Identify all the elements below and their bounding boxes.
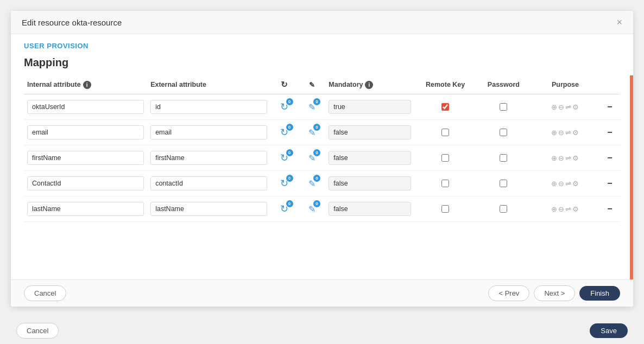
purpose-icon-4[interactable]: ⚙	[572, 205, 579, 213]
remove-row-button[interactable]: −	[607, 128, 612, 137]
purpose-icons: ⊕ ⊖ ⇌ ⚙	[534, 154, 596, 162]
remove-row-button[interactable]: −	[607, 154, 612, 162]
page-wrapper: Edit resource okta-resource × USER provi…	[0, 0, 644, 344]
next-button[interactable]: Next >	[534, 285, 575, 301]
purpose-icon-3[interactable]: ⇌	[565, 129, 571, 137]
table-container: Internal attribute i External attribute …	[11, 75, 633, 279]
outer-cancel-button[interactable]: Cancel	[16, 323, 59, 339]
edit-icon-button[interactable]: ✎ 0	[305, 100, 319, 114]
refresh-badge: 0	[286, 98, 293, 105]
mandatory-info-icon[interactable]: i	[365, 81, 373, 89]
th-password: Password	[476, 75, 531, 94]
purpose-icon-3[interactable]: ⇌	[565, 205, 571, 213]
password-checkbox[interactable]	[500, 154, 507, 162]
external-attribute-input[interactable]	[150, 100, 267, 114]
internal-attribute-info-icon[interactable]: i	[83, 81, 91, 89]
section-provision-label: USER provision	[11, 34, 633, 54]
remove-row-button[interactable]: −	[607, 205, 612, 213]
internal-attribute-input[interactable]	[27, 100, 144, 114]
purpose-icon-3[interactable]: ⇌	[565, 154, 571, 162]
purpose-icon-2[interactable]: ⊖	[558, 180, 564, 188]
internal-attribute-input[interactable]	[27, 125, 144, 139]
remove-row-button[interactable]: −	[607, 103, 612, 111]
cancel-button[interactable]: Cancel	[24, 285, 66, 301]
external-attribute-input[interactable]	[150, 202, 267, 216]
purpose-icon-4[interactable]: ⚙	[572, 154, 579, 162]
footer-right: < Prev Next > Finish	[488, 285, 620, 301]
refresh-badge: 0	[286, 175, 293, 182]
purpose-icon-4[interactable]: ⚙	[572, 129, 579, 137]
external-attribute-input[interactable]	[150, 151, 267, 165]
mandatory-input	[329, 202, 411, 216]
purpose-icon-3[interactable]: ⇌	[565, 103, 571, 111]
outer-save-button[interactable]: Save	[590, 323, 628, 338]
modal-header: Edit resource okta-resource ×	[11, 11, 633, 34]
th-edit: ✎	[298, 75, 325, 94]
table-row: ↻ 0 ✎ 0 ⊕ ⊖ ⇌ ⚙ −	[24, 196, 620, 222]
modal-footer: Cancel < Prev Next > Finish	[11, 279, 633, 307]
purpose-icons: ⊕ ⊖ ⇌ ⚙	[534, 205, 596, 213]
purpose-icon-1[interactable]: ⊕	[551, 103, 557, 111]
purpose-icon-2[interactable]: ⊖	[558, 129, 564, 137]
outer-footer: Cancel Save	[0, 317, 644, 344]
prev-button[interactable]: < Prev	[488, 285, 529, 301]
mandatory-input	[329, 100, 411, 114]
purpose-icons: ⊕ ⊖ ⇌ ⚙	[534, 129, 596, 137]
edit-icon-button[interactable]: ✎ 0	[305, 125, 319, 139]
modal-body: USER provision Mapping Internal attribut…	[11, 34, 633, 279]
remote-key-checkbox[interactable]	[441, 205, 449, 213]
table-row: ↻ 0 ✎ 0 ⊕ ⊖ ⇌ ⚙ −	[24, 120, 620, 145]
mandatory-input	[329, 125, 411, 139]
mandatory-input	[329, 151, 411, 165]
purpose-icon-4[interactable]: ⚙	[572, 180, 579, 188]
th-refresh: ↻	[270, 75, 298, 94]
remote-key-checkbox[interactable]	[441, 129, 449, 136]
purpose-icon-1[interactable]: ⊕	[551, 129, 557, 137]
edit-badge: 0	[313, 98, 320, 105]
footer-left: Cancel	[24, 285, 66, 301]
external-attribute-input[interactable]	[150, 176, 267, 190]
internal-attribute-input[interactable]	[27, 176, 144, 190]
modal-close-button[interactable]: ×	[616, 17, 622, 27]
external-attribute-input[interactable]	[150, 125, 267, 139]
refresh-icon-button[interactable]: ↻ 0	[277, 151, 292, 165]
edit-badge: 0	[313, 149, 320, 156]
purpose-icon-1[interactable]: ⊕	[551, 154, 557, 162]
refresh-icon-button[interactable]: ↻ 0	[277, 202, 292, 216]
refresh-icon-button[interactable]: ↻ 0	[277, 125, 292, 139]
password-checkbox[interactable]	[500, 180, 507, 187]
purpose-icon-1[interactable]: ⊕	[551, 180, 557, 188]
edit-icon-button[interactable]: ✎ 0	[305, 176, 319, 190]
remote-key-checkbox[interactable]	[441, 180, 449, 187]
th-external-attribute: External attribute	[147, 75, 270, 94]
finish-button[interactable]: Finish	[579, 286, 620, 301]
table-row: ↻ 0 ✎ 0 ⊕ ⊖ ⇌ ⚙ −	[24, 145, 620, 171]
password-checkbox[interactable]	[500, 205, 507, 213]
edit-icon-button[interactable]: ✎ 0	[305, 202, 319, 216]
refresh-icon-button[interactable]: ↻ 0	[277, 176, 292, 190]
th-internal-attribute: Internal attribute i	[24, 75, 147, 94]
purpose-icon-1[interactable]: ⊕	[551, 205, 557, 213]
remote-key-checkbox[interactable]	[441, 103, 449, 111]
th-mandatory: Mandatory i	[325, 75, 414, 94]
th-remove	[599, 75, 620, 94]
purpose-icon-2[interactable]: ⊖	[558, 205, 564, 213]
purpose-icon-4[interactable]: ⚙	[572, 103, 579, 111]
th-remote-key: Remote Key	[414, 75, 476, 94]
password-checkbox[interactable]	[500, 103, 507, 111]
internal-attribute-input[interactable]	[27, 202, 144, 216]
th-purpose: Purpose	[531, 75, 599, 94]
refresh-badge: 0	[286, 149, 293, 156]
internal-attribute-input[interactable]	[27, 151, 144, 165]
modal-title: Edit resource okta-resource	[22, 18, 122, 27]
refresh-icon-button[interactable]: ↻ 0	[277, 100, 292, 114]
edit-icon-button[interactable]: ✎ 0	[305, 151, 319, 165]
purpose-icon-2[interactable]: ⊖	[558, 103, 564, 111]
password-checkbox[interactable]	[500, 129, 507, 136]
remote-key-checkbox[interactable]	[441, 154, 449, 162]
purpose-icon-2[interactable]: ⊖	[558, 154, 564, 162]
mandatory-input	[329, 176, 411, 190]
purpose-icons: ⊕ ⊖ ⇌ ⚙	[534, 103, 596, 111]
purpose-icon-3[interactable]: ⇌	[565, 180, 571, 188]
remove-row-button[interactable]: −	[607, 179, 612, 188]
